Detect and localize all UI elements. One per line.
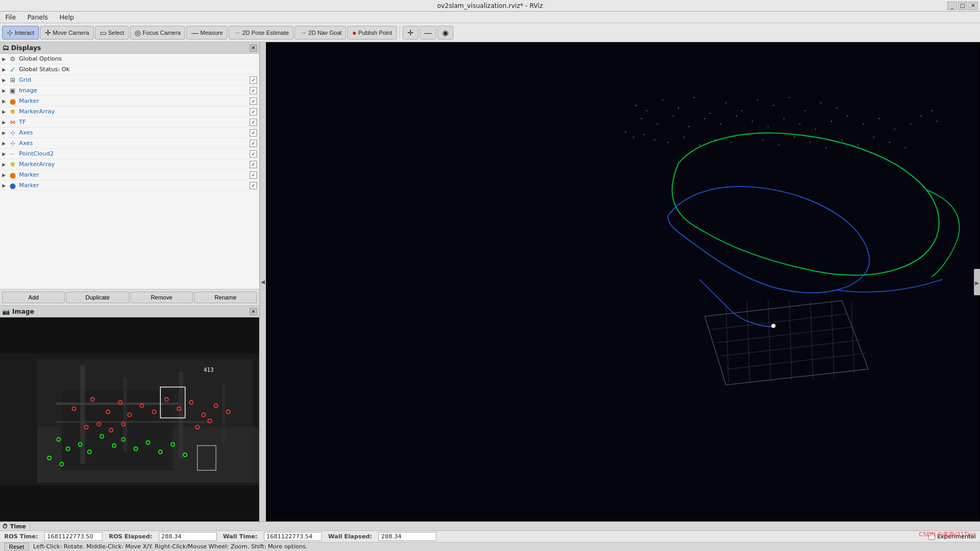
collapse-arrow-icon[interactable]: ◀	[261, 279, 265, 285]
item-name: Image	[19, 87, 250, 94]
item-name: MarkerArray	[19, 161, 250, 168]
help-text: Left-Click: Rotate. Middle-Click: Move X…	[33, 543, 308, 550]
list-item[interactable]: ▶ ⚙ Global Options	[0, 54, 259, 64]
list-item[interactable]: ▶ ⋯ PointCloud2 ✓	[0, 149, 259, 159]
close-btn[interactable]: ✕	[968, 2, 978, 10]
ros-elapsed-value: 288.34	[159, 532, 217, 541]
svg-point-67	[736, 115, 737, 117]
move-camera-btn[interactable]: ✛ Move Camera	[40, 26, 94, 40]
item-checkbox[interactable]: ✓	[250, 150, 257, 158]
nav-goal-btn[interactable]: → 2D Nav Goal	[294, 26, 346, 40]
select-btn[interactable]: ▭ Select	[95, 26, 129, 40]
list-item[interactable]: ▶ ⋈ TF ✓	[0, 117, 259, 128]
publish-icon: ●	[352, 28, 356, 37]
item-checkbox[interactable]: ✓	[250, 161, 257, 168]
focus-camera-btn[interactable]: ◎ Focus Camera	[130, 26, 185, 40]
item-checkbox[interactable]: ✓	[250, 182, 257, 189]
image-close-btn[interactable]: ✕	[250, 308, 257, 315]
svg-point-64	[689, 126, 690, 127]
toolbar-extra-2[interactable]: —	[420, 26, 436, 40]
displays-close-btn[interactable]: ✕	[250, 44, 257, 52]
remove-btn[interactable]: Remove	[130, 292, 193, 303]
svg-point-96	[826, 147, 827, 148]
time-panel-title: ⏱ Time	[2, 523, 31, 530]
list-item[interactable]: ▶ ✾ MarkerArray ✓	[0, 107, 259, 117]
measure-btn[interactable]: — Measure	[186, 26, 227, 40]
interact-btn[interactable]: ⊹ Interact	[2, 26, 39, 40]
menu-file[interactable]: File	[2, 13, 19, 22]
expand-icon: ▶	[2, 99, 8, 104]
svg-point-47	[636, 105, 637, 106]
time-panel-icon: ⏱	[2, 523, 8, 530]
window-title: ov2slam_visualization.rviz* - RViz	[437, 2, 543, 9]
panel-resize-handle[interactable]: ◀	[260, 42, 266, 521]
svg-rect-9	[55, 421, 210, 423]
svg-point-85	[654, 139, 655, 140]
list-item[interactable]: ▶ ⊹ Axes ✓	[0, 128, 259, 138]
svg-point-62	[657, 123, 658, 124]
list-item[interactable]: ▶ ● Marker ✓	[0, 180, 259, 191]
watermark: CSDN @青青/31Tips	[919, 530, 976, 538]
item-name: Global Options	[19, 55, 257, 62]
menu-help[interactable]: Help	[56, 13, 77, 22]
item-icon: ●	[8, 181, 17, 190]
move-camera-icon: ✛	[45, 28, 51, 37]
minimize-btn[interactable]: _	[947, 2, 957, 10]
svg-point-73	[831, 121, 832, 122]
item-name: TF	[19, 119, 250, 125]
add-btn[interactable]: Add	[2, 292, 65, 303]
image-content[interactable]: 413	[0, 317, 259, 521]
list-item[interactable]: ▶ ▣ Image ✓	[0, 85, 259, 96]
item-checkbox[interactable]: ✓	[250, 171, 257, 179]
list-item[interactable]: ▶ ⊞ Grid ✓	[0, 75, 259, 85]
toolbar-extra-1[interactable]: ✛	[403, 26, 418, 40]
list-item[interactable]: ▶ ● Marker ✓	[0, 96, 259, 107]
list-item[interactable]: ▶ ✾ MarkerArray ✓	[0, 159, 259, 170]
duplicate-btn[interactable]: Duplicate	[66, 292, 129, 303]
item-checkbox[interactable]: ✓	[250, 98, 257, 105]
svg-point-63	[673, 115, 674, 117]
item-checkbox[interactable]: ✓	[250, 129, 257, 137]
rename-btn[interactable]: Rename	[194, 292, 257, 303]
3d-viewport[interactable]: ▶	[266, 42, 980, 521]
item-checkbox[interactable]: ✓	[250, 119, 257, 126]
toolbar-extra-3[interactable]: ◉	[437, 26, 453, 40]
pose-estimate-btn[interactable]: → 2D Pose Estimate	[229, 26, 293, 40]
list-item[interactable]: ▶ ● Marker ✓	[0, 170, 259, 180]
expand-icon: ▶	[2, 120, 8, 125]
extra1-icon: ✛	[407, 28, 414, 37]
publish-point-btn[interactable]: ● Publish Point	[347, 26, 397, 40]
main-content: 🗂 Displays ✕ ▶ ⚙ Global Options ▶ ✓ Glob…	[0, 42, 980, 521]
list-item[interactable]: ▶ ✓ Global Status: Ok	[0, 64, 259, 75]
svg-point-90	[731, 142, 732, 143]
svg-point-94	[794, 137, 795, 138]
focus-icon: ◎	[135, 28, 141, 37]
svg-point-65	[705, 118, 706, 119]
svg-point-52	[710, 113, 711, 114]
wall-elapsed-value: 288.34	[378, 532, 436, 541]
reset-btn[interactable]: Reset	[4, 543, 29, 551]
extra2-icon: —	[424, 28, 432, 37]
list-item[interactable]: ▶ ⊹ Axes ✓	[0, 138, 259, 149]
item-checkbox[interactable]: ✓	[250, 87, 257, 94]
image-display: 413	[0, 317, 259, 521]
item-checkbox[interactable]: ✓	[250, 76, 257, 84]
select-icon: ▭	[100, 28, 107, 37]
item-icon: ✾	[8, 108, 17, 116]
item-checkbox[interactable]: ✓	[250, 108, 257, 115]
item-name: PointCloud2	[19, 150, 250, 157]
expand-icon: ▶	[2, 130, 8, 136]
svg-point-49	[662, 100, 663, 101]
item-icon: ●	[8, 97, 17, 105]
item-checkbox[interactable]: ✓	[250, 140, 257, 147]
extra3-icon: ◉	[442, 28, 449, 37]
menu-panels[interactable]: Panels	[24, 13, 51, 22]
nav-icon: →	[299, 28, 307, 37]
image-header: 📷 Image ✕	[0, 306, 259, 317]
window-controls[interactable]: _ □ ✕	[947, 2, 978, 10]
display-list[interactable]: ▶ ⚙ Global Options ▶ ✓ Global Status: Ok…	[0, 54, 259, 289]
maximize-btn[interactable]: □	[958, 2, 967, 10]
svg-point-98	[858, 144, 859, 146]
svg-point-93	[778, 144, 779, 146]
item-icon: ▣	[8, 86, 17, 95]
